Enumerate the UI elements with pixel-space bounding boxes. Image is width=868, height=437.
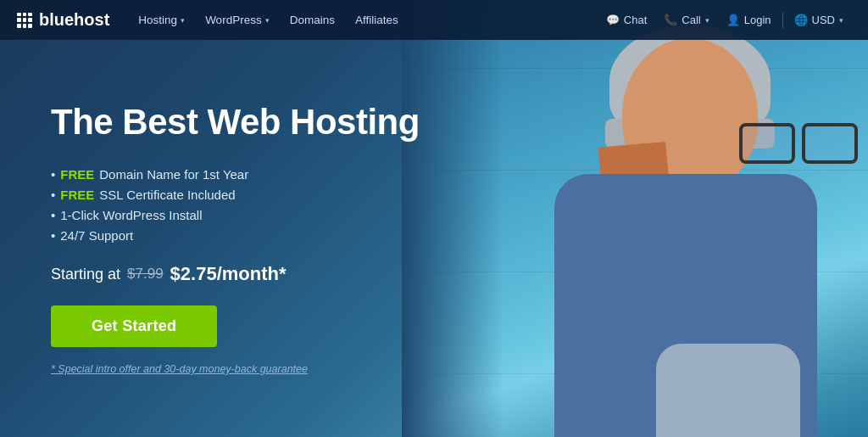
navbar: bluehost Hosting ▾ WordPress ▾ Domains A…: [0, 0, 868, 40]
hero-person: [512, 21, 851, 437]
phone-icon: 📞: [664, 14, 677, 26]
hero-pricing: Starting at $7.99 $2.75/month*: [51, 263, 420, 285]
person-body: [554, 174, 817, 437]
hero-disclaimer[interactable]: * Special intro offer and 30-day money-b…: [51, 363, 308, 375]
nav-login-label: Login: [744, 14, 771, 26]
nav-currency-label: USD: [812, 14, 835, 26]
price-new: $2.75/month*: [170, 263, 287, 285]
nav-right: 💬 Chat 📞 Call ▾ 👤 Login 🌐 USD ▾: [598, 8, 851, 31]
nav-item-hosting[interactable]: Hosting ▾: [130, 8, 193, 31]
nav-currency[interactable]: 🌐 USD ▾: [787, 8, 851, 31]
nav-label-wordpress: WordPress: [205, 14, 262, 26]
person-glasses: [739, 123, 858, 161]
feature-text-1: Domain Name for 1st Year: [99, 167, 248, 182]
nav-chat[interactable]: 💬 Chat: [598, 8, 654, 31]
feature-item-2: • FREE SSL Certificate Included: [51, 188, 420, 202]
chevron-down-icon: ▾: [839, 16, 843, 25]
nav-call-label: Call: [682, 14, 700, 26]
feature-text-3: 1-Click WordPress Install: [60, 208, 202, 222]
price-old: $7.99: [127, 266, 164, 283]
bullet-4: •: [51, 228, 55, 243]
nav-label-affiliates: Affiliates: [355, 14, 398, 26]
feature-text-2: SSL Certificate Included: [99, 188, 235, 202]
bullet-3: •: [51, 208, 55, 222]
hero-content: The Best Web Hosting • FREE Domain Name …: [0, 61, 420, 376]
hero-features-list: • FREE Domain Name for 1st Year • FREE S…: [51, 167, 420, 243]
nav-divider: [782, 12, 783, 29]
feature-item-4: • 24/7 Support: [51, 228, 420, 243]
nav-label-hosting: Hosting: [138, 14, 177, 26]
flag-icon: 🌐: [794, 14, 808, 26]
hero-title: The Best Web Hosting: [51, 101, 420, 143]
nav-item-domains[interactable]: Domains: [281, 8, 343, 31]
logo-grid-icon: [17, 13, 32, 28]
nav-logo[interactable]: bluehost: [17, 10, 109, 30]
chevron-down-icon: ▾: [705, 16, 709, 25]
bullet-1: •: [51, 167, 55, 182]
nav-label-domains: Domains: [290, 14, 335, 26]
chat-icon: 💬: [606, 14, 620, 26]
nav-menu: Hosting ▾ WordPress ▾ Domains Affiliates: [130, 8, 598, 31]
get-started-button[interactable]: Get Started: [51, 305, 217, 347]
hero-photo: [402, 0, 868, 437]
logo-text: bluehost: [39, 10, 109, 30]
pricing-label: Starting at: [51, 266, 120, 283]
nav-item-wordpress[interactable]: WordPress ▾: [197, 8, 278, 31]
feature-item-3: • 1-Click WordPress Install: [51, 208, 420, 222]
user-icon: 👤: [726, 14, 740, 26]
nav-login[interactable]: 👤 Login: [719, 8, 779, 31]
person-hoodie: [656, 344, 800, 437]
chevron-down-icon: ▾: [265, 16, 270, 25]
feature-item-1: • FREE Domain Name for 1st Year: [51, 167, 420, 182]
nav-chat-label: Chat: [624, 14, 647, 26]
nav-call[interactable]: 📞 Call ▾: [656, 8, 716, 31]
chevron-down-icon: ▾: [181, 16, 185, 25]
feature-text-4: 24/7 Support: [60, 228, 133, 243]
feature-free-1: FREE: [60, 167, 94, 182]
hero-section: The Best Web Hosting • FREE Domain Name …: [0, 0, 868, 437]
bullet-2: •: [51, 188, 55, 202]
nav-item-affiliates[interactable]: Affiliates: [347, 8, 407, 31]
feature-free-2: FREE: [60, 188, 94, 202]
